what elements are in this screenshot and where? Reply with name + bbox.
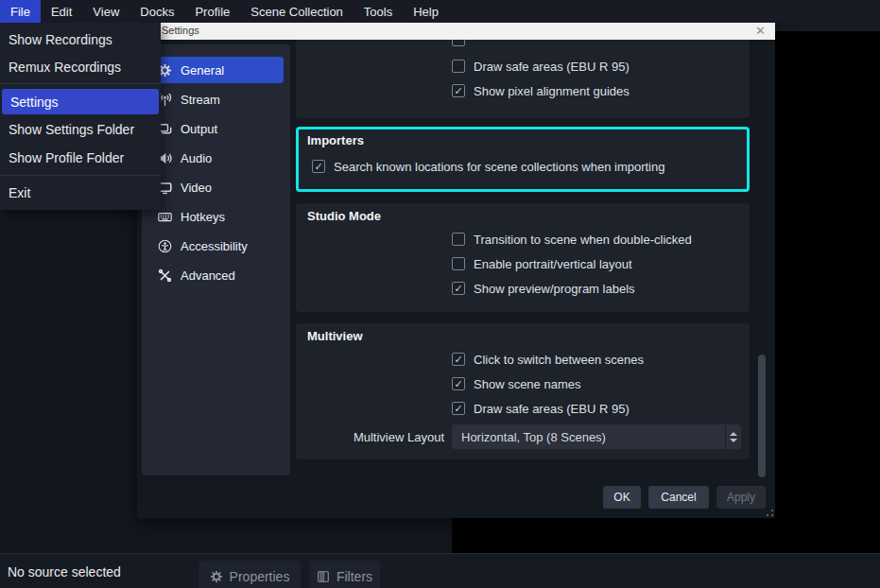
sidebar-item-output[interactable]: Output — [149, 115, 284, 142]
menu-edit[interactable]: Edit — [41, 0, 82, 23]
menu-bar: File Edit View Docks Profile Scene Colle… — [0, 0, 880, 23]
checkbox-label: Search known locations for scene collect… — [334, 160, 664, 174]
dialog-title: Settings — [162, 25, 199, 36]
menu-separator — [0, 175, 161, 176]
menu-item-show-recordings[interactable]: Show Recordings — [0, 27, 161, 52]
sidebar-item-audio[interactable]: Audio — [149, 145, 284, 171]
checkbox-label: Transition to scene when double-clicked — [474, 233, 692, 247]
checkbox[interactable] — [452, 353, 465, 366]
sidebar-item-hotkeys[interactable]: Hotkeys — [149, 203, 284, 230]
sidebar-item-label: Advanced — [181, 268, 235, 283]
checkbox-row-portrait-layout[interactable]: Enable portrait/vertical layout — [452, 254, 632, 273]
sidebar-item-general[interactable]: General — [149, 57, 284, 83]
checkbox-partial[interactable] — [452, 40, 465, 46]
filters-icon — [317, 570, 330, 583]
dialog-titlebar[interactable]: Settings ✕ — [137, 21, 775, 40]
section-title-studio-mode: Studio Mode — [307, 209, 381, 223]
checkbox-label: Draw safe areas (EBU R 95) — [474, 60, 630, 74]
checkbox[interactable] — [452, 282, 465, 295]
file-dropdown-menu: Show Recordings Remux Recordings Setting… — [0, 23, 161, 210]
checkbox[interactable] — [452, 60, 465, 73]
sidebar-item-label: General — [181, 63, 224, 78]
sidebar-item-label: Stream — [181, 93, 220, 107]
properties-button[interactable]: Properties — [198, 561, 301, 588]
multiview-layout-label: Multiview Layout — [296, 430, 444, 444]
cancel-button[interactable]: Cancel — [648, 486, 709, 509]
checkbox[interactable] — [312, 160, 325, 173]
checkbox[interactable] — [452, 377, 465, 390]
checkbox-label: Show scene names — [474, 377, 580, 391]
select-value: Horizontal, Top (8 Scenes) — [452, 430, 725, 444]
multiview-layout-select[interactable]: Horizontal, Top (8 Scenes) — [452, 424, 741, 449]
multiview-layout-row: Multiview Layout Horizontal, Top (8 Scen… — [296, 424, 750, 449]
checkbox-row-search-known-locations[interactable]: Search known locations for scene collect… — [312, 157, 664, 176]
checkbox-row-click-to-switch[interactable]: Click to switch between scenes — [452, 350, 644, 369]
spinner-arrows-icon[interactable] — [725, 424, 741, 449]
section-title-importers: Importers — [307, 133, 364, 147]
filters-button[interactable]: Filters — [309, 561, 380, 588]
sidebar-item-label: Accessibility — [181, 239, 248, 253]
sidebar-item-advanced[interactable]: Advanced — [149, 262, 284, 288]
sidebar-item-accessibility[interactable]: Accessibility — [149, 233, 284, 259]
settings-sidebar: General Stream Output Audio — [142, 44, 290, 476]
apply-button[interactable]: Apply — [716, 486, 766, 509]
preview-settings-group — [296, 40, 750, 118]
gear-icon — [210, 570, 223, 583]
menu-item-remux-recordings[interactable]: Remux Recordings — [0, 55, 161, 79]
menu-profile[interactable]: Profile — [184, 0, 240, 23]
menu-file[interactable]: File — [0, 0, 41, 23]
section-title-multiview: Multiview — [307, 329, 363, 343]
properties-label: Properties — [230, 569, 290, 584]
dialog-body: General Stream Output Audio — [137, 40, 775, 518]
status-message: No source selected — [8, 554, 121, 588]
checkbox-row-mv-draw-safe-areas[interactable]: Draw safe areas (EBU R 95) — [452, 399, 630, 418]
checkbox[interactable] — [452, 233, 465, 246]
filters-label: Filters — [336, 569, 372, 584]
checkbox-label: Show preview/program labels — [474, 282, 635, 296]
keyboard-icon — [158, 210, 172, 224]
video-canvas-bottom — [452, 518, 775, 553]
checkbox-label: Show pixel alignment guides — [474, 84, 630, 98]
menu-separator — [0, 83, 161, 84]
checkbox-row-preview-program-labels[interactable]: Show preview/program labels — [452, 279, 635, 298]
sidebar-item-video[interactable]: Video — [149, 174, 284, 200]
menu-help[interactable]: Help — [403, 0, 449, 23]
checkbox-label: Draw safe areas (EBU R 95) — [474, 402, 630, 416]
settings-dialog: Settings ✕ General Stream Output — [137, 21, 775, 518]
menu-tools[interactable]: Tools — [354, 0, 403, 23]
tools-icon — [158, 268, 172, 283]
menu-item-show-profile-folder[interactable]: Show Profile Folder — [0, 146, 161, 170]
menu-item-settings[interactable]: Settings — [2, 89, 159, 114]
menu-item-show-settings-folder[interactable]: Show Settings Folder — [0, 117, 161, 142]
ok-button[interactable]: OK — [603, 486, 641, 509]
main-window-background — [775, 23, 880, 31]
sidebar-item-label: Hotkeys — [181, 210, 225, 224]
checkbox[interactable] — [452, 84, 465, 97]
checkbox[interactable] — [452, 257, 465, 270]
sidebar-item-label: Video — [181, 181, 212, 195]
menu-view[interactable]: View — [82, 0, 129, 23]
checkbox-row-show-scene-names[interactable]: Show scene names — [452, 374, 580, 393]
sidebar-item-label: Audio — [181, 151, 212, 165]
menu-item-exit[interactable]: Exit — [0, 181, 161, 205]
menu-docks[interactable]: Docks — [129, 0, 184, 23]
checkbox[interactable] — [452, 402, 465, 415]
checkbox-label: Click to switch between scenes — [474, 353, 644, 367]
checkbox-label: Enable portrait/vertical layout — [474, 257, 632, 271]
resize-grip[interactable] — [767, 510, 773, 516]
checkbox-row-pixel-alignment[interactable]: Show pixel alignment guides — [452, 81, 630, 100]
video-canvas — [775, 31, 880, 553]
scrollbar-thumb[interactable] — [758, 355, 766, 477]
sidebar-item-stream[interactable]: Stream — [149, 86, 284, 112]
checkbox-row-transition-double-click[interactable]: Transition to scene when double-clicked — [452, 230, 692, 249]
menu-scene-collection[interactable]: Scene Collection — [240, 0, 354, 23]
close-icon[interactable]: ✕ — [755, 25, 766, 37]
status-bar: No source selected Properties Filters — [0, 553, 880, 588]
sidebar-item-label: Output — [181, 122, 217, 136]
accessibility-icon — [158, 239, 172, 253]
checkbox-row-draw-safe-areas[interactable]: Draw safe areas (EBU R 95) — [452, 57, 630, 76]
